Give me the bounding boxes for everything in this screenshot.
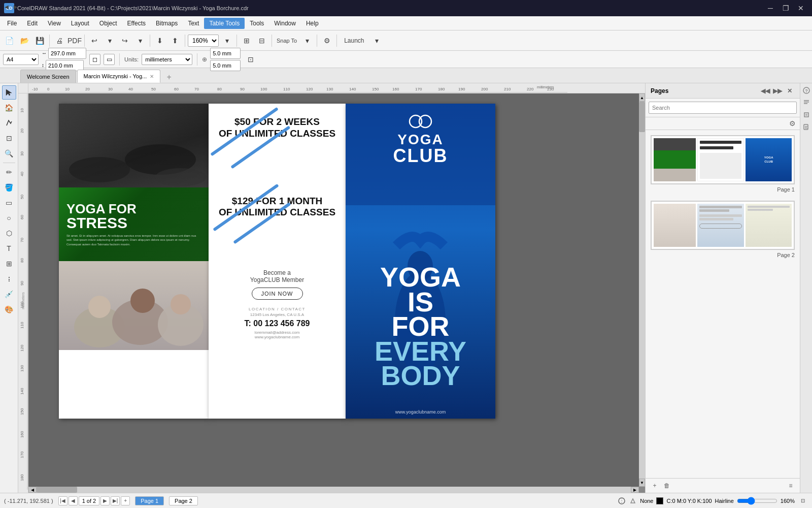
canvas-vscroll[interactable]: ▲ ▼ <box>639 93 645 487</box>
pages-nav-prev[interactable]: ◀◀ <box>760 86 770 96</box>
import-button[interactable]: ⬇ <box>153 34 167 48</box>
zoom-slider[interactable] <box>737 497 777 505</box>
view-options[interactable]: ⊞ <box>240 34 254 48</box>
menu-table-tools[interactable]: Table Tools <box>204 18 245 29</box>
home-tool[interactable]: 🏠 <box>2 101 16 115</box>
undo-dropdown[interactable]: ▾ <box>103 34 117 48</box>
units-select[interactable]: millimeters inches pixels <box>142 54 192 65</box>
table-tool[interactable]: ⊞ <box>2 257 16 271</box>
page-prev-btn[interactable]: ◀ <box>69 496 78 505</box>
page-add-btn[interactable]: + <box>650 481 660 491</box>
nudge-y-input[interactable] <box>210 60 241 71</box>
pages-close[interactable]: ✕ <box>785 86 795 96</box>
restore-button[interactable]: ❐ <box>779 3 793 13</box>
view-toggle[interactable]: ⊟ <box>255 34 269 48</box>
launch-dropdown[interactable]: ▾ <box>370 34 384 48</box>
launch-button[interactable]: Launch <box>340 34 368 48</box>
vscroll-down[interactable]: ▼ <box>639 479 645 487</box>
text-tool[interactable]: T <box>2 241 16 256</box>
page2-status-tab[interactable]: Page 2 <box>169 496 198 505</box>
menu-edit[interactable]: Edit <box>22 18 43 29</box>
pages-nav-next[interactable]: ▶▶ <box>772 86 783 96</box>
zoom-dropdown[interactable]: ▾ <box>220 34 234 48</box>
undo-button[interactable]: ↩ <box>87 34 101 48</box>
menu-bitmaps[interactable]: Bitmaps <box>151 18 183 29</box>
hscroll-thumb[interactable] <box>37 487 77 493</box>
landscape-btn[interactable]: ▭ <box>104 54 115 65</box>
pages-search-input[interactable] <box>649 102 797 114</box>
snap-dropdown[interactable]: ▾ <box>300 34 314 48</box>
paper-size-select[interactable]: A4 <box>3 54 39 65</box>
hints-tab[interactable]: ? <box>801 85 811 96</box>
parallel-tool[interactable]: ⫶ <box>2 272 16 286</box>
menu-effects[interactable]: Effects <box>122 18 151 29</box>
page-last-btn[interactable]: ▶| <box>111 496 120 505</box>
settings-button[interactable]: ⚙ <box>320 34 334 48</box>
objects-tab[interactable] <box>801 110 811 120</box>
smart-fill[interactable]: 🪣 <box>2 180 16 195</box>
page1-status-tab[interactable]: Page 1 <box>135 496 164 505</box>
join-now-button[interactable]: JOIN NOW <box>252 288 303 300</box>
page-first-btn[interactable]: |◀ <box>58 496 67 505</box>
tab-document[interactable]: Marcin Wilczynski - Yog... ✕ <box>77 70 161 83</box>
menu-layout[interactable]: Layout <box>66 18 94 29</box>
print-button[interactable]: 🖨 <box>52 34 66 48</box>
tab-welcome[interactable]: Welcome Screen <box>20 70 76 83</box>
redo-button[interactable]: ↪ <box>118 34 132 48</box>
color-swatch-black[interactable] <box>656 497 663 504</box>
menu-window[interactable]: Window <box>269 18 301 29</box>
tab-nav-next[interactable]: ▶ <box>11 2 20 11</box>
pages-sidebar-tab[interactable] <box>801 122 811 132</box>
pages-search-bar <box>646 99 800 117</box>
polygon-tool[interactable]: ⬡ <box>2 226 16 240</box>
nudge-x-input[interactable] <box>210 48 241 59</box>
menu-text[interactable]: Text <box>183 18 204 29</box>
ellipse-tool[interactable]: ○ <box>2 211 16 225</box>
freehand-tool[interactable]: ✏ <box>2 165 16 179</box>
zoom-combo[interactable]: 160% 100% 200% <box>188 35 219 47</box>
fill-tool[interactable]: 🎨 <box>2 302 16 316</box>
pages-list-view[interactable]: ≡ <box>786 481 796 491</box>
menu-object[interactable]: Object <box>94 18 122 29</box>
node-tool[interactable] <box>2 116 16 130</box>
open-button[interactable]: 📂 <box>17 34 31 48</box>
hscroll-right[interactable]: ▶ <box>631 487 639 493</box>
width-input[interactable] <box>48 48 86 59</box>
tab-add-button[interactable]: + <box>163 72 175 83</box>
properties-tab[interactable] <box>801 98 811 108</box>
export-button[interactable]: ⬆ <box>168 34 182 48</box>
save-button[interactable]: 💾 <box>32 34 47 48</box>
tab-close-icon[interactable]: ✕ <box>150 74 154 79</box>
canvas-hscroll[interactable]: ◀ ▶ <box>28 487 639 493</box>
page-next-btn[interactable]: ▶ <box>100 496 110 505</box>
tab-nav-prev[interactable]: ◀ <box>2 2 11 11</box>
hscroll-left[interactable]: ◀ <box>28 487 37 493</box>
svg-text:30: 30 <box>108 87 113 91</box>
portrait-btn[interactable]: ◻ <box>89 54 100 65</box>
page2-thumbnail[interactable] <box>651 201 795 250</box>
menu-file[interactable]: File <box>2 18 22 29</box>
rectangle-tool[interactable]: ▭ <box>2 196 16 210</box>
vscroll-thumb[interactable] <box>639 102 645 132</box>
pages-settings-icon[interactable]: ⚙ <box>789 119 796 128</box>
menu-view[interactable]: View <box>43 18 66 29</box>
crop-tool[interactable]: ⊡ <box>2 131 16 145</box>
menu-tools[interactable]: Tools <box>245 18 269 29</box>
pdf-button[interactable]: PDF <box>67 34 82 48</box>
new-button[interactable]: 📄 <box>2 34 16 48</box>
page1-thumbnail[interactable]: YOGACLUB <box>651 135 795 184</box>
zoom-tool[interactable]: 🔍 <box>2 146 16 161</box>
eyedropper-tool[interactable]: 💉 <box>2 287 16 301</box>
page-add-status-btn[interactable]: + <box>121 496 130 505</box>
close-button[interactable]: ✕ <box>794 3 808 13</box>
minimize-button[interactable]: ─ <box>763 3 777 13</box>
select-tool[interactable] <box>2 85 16 100</box>
zoom-fit-btn[interactable]: ⊡ <box>798 496 808 506</box>
snap-objects-btn[interactable]: ⊡ <box>244 52 258 67</box>
menu-help[interactable]: Help <box>301 18 324 29</box>
pages-settings-row: ⚙ <box>646 117 800 130</box>
page-delete-btn[interactable]: 🗑 <box>662 481 672 491</box>
window-controls[interactable]: ─ ❐ ✕ <box>763 3 808 13</box>
redo-dropdown[interactable]: ▾ <box>133 34 147 48</box>
vscroll-up[interactable]: ▲ <box>639 93 645 102</box>
